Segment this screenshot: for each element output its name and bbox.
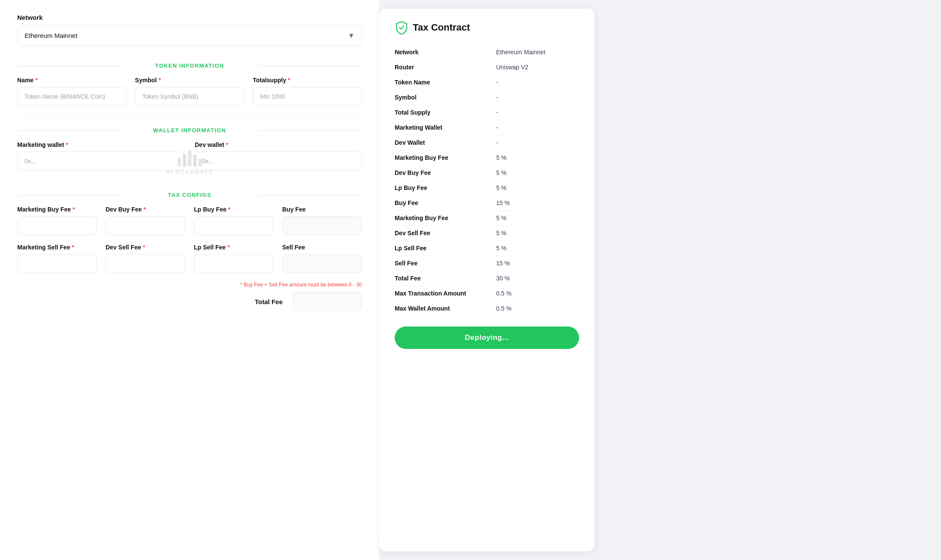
info-row-value: - bbox=[496, 75, 579, 90]
info-row-label: Symbol bbox=[395, 90, 496, 105]
name-field: Name* bbox=[17, 77, 126, 106]
info-table-row: Dev Buy Fee5 % bbox=[395, 165, 579, 180]
info-row-label: Marketing Buy Fee bbox=[395, 211, 496, 226]
sell-fee-grid: Marketing Sell Fee* 5 Dev Sell Fee* 5 Lp… bbox=[17, 244, 362, 273]
network-label: Network bbox=[17, 14, 362, 21]
info-table-row: Sell Fee15 % bbox=[395, 256, 579, 271]
name-input[interactable] bbox=[17, 87, 126, 106]
dev-sell-fee-input[interactable]: 5 bbox=[106, 254, 185, 273]
info-row-value: Ethereum Mainnet bbox=[496, 45, 579, 60]
dev-wallet-input[interactable] bbox=[195, 152, 362, 171]
wallet-info-section-label: WALLET INFORMATION bbox=[17, 127, 362, 134]
info-row-value: - bbox=[496, 105, 579, 120]
sell-fee-label: Sell Fee bbox=[282, 244, 362, 251]
info-row-label: Total Supply bbox=[395, 105, 496, 120]
info-row-value: 5 % bbox=[496, 241, 579, 256]
info-row-value: 15 % bbox=[496, 196, 579, 211]
lp-sell-fee-input[interactable]: 5 bbox=[194, 254, 274, 273]
info-row-value: 5 % bbox=[496, 150, 579, 165]
info-row-value: 5 % bbox=[496, 226, 579, 241]
info-table-row: NetworkEthereum Mainnet bbox=[395, 45, 579, 60]
total-fee-label: Total Fee bbox=[255, 298, 283, 305]
info-table: NetworkEthereum MainnetRouterUniswap V2T… bbox=[395, 45, 579, 316]
lp-sell-fee-label: Lp Sell Fee* bbox=[194, 244, 274, 251]
info-row-label: Lp Sell Fee bbox=[395, 241, 496, 256]
total-supply-field: Totalsupply* bbox=[253, 77, 362, 106]
info-table-row: RouterUniswap V2 bbox=[395, 60, 579, 75]
tax-configs-section-label: TAX CONFIGS bbox=[17, 192, 362, 198]
symbol-field: Symbol* bbox=[135, 77, 244, 106]
info-row-label: Sell Fee bbox=[395, 256, 496, 271]
marketing-buy-fee-field: Marketing Buy Fee* 5 bbox=[17, 206, 97, 235]
marketing-sell-fee-input[interactable]: 5 bbox=[17, 254, 97, 273]
lp-sell-fee-field: Lp Sell Fee* 5 bbox=[194, 244, 274, 273]
shield-icon bbox=[395, 21, 408, 34]
lp-buy-fee-label: Lp Buy Fee* bbox=[194, 206, 274, 213]
dev-buy-fee-input[interactable]: 5 bbox=[106, 216, 185, 235]
buy-fee-label: Buy Fee bbox=[282, 206, 362, 213]
info-row-label: Dev Sell Fee bbox=[395, 226, 496, 241]
info-table-row: Lp Sell Fee5 % bbox=[395, 241, 579, 256]
lp-buy-fee-field: Lp Buy Fee* 5 bbox=[194, 206, 274, 235]
sell-fee-field: Sell Fee 15 bbox=[282, 244, 362, 273]
info-row-value: 5 % bbox=[496, 211, 579, 226]
info-table-row: Marketing Buy Fee5 % bbox=[395, 211, 579, 226]
divider-2 bbox=[17, 115, 362, 115]
sell-fee-input[interactable]: 15 bbox=[282, 254, 362, 273]
dev-wallet-label: Dev wallet* bbox=[195, 141, 362, 148]
token-info-section-label: TOKEN INFORMATION bbox=[17, 62, 362, 69]
info-row-value: 0.5 % bbox=[496, 301, 579, 316]
info-row-label: Router bbox=[395, 60, 496, 75]
total-fee-row: Total Fee 30 bbox=[17, 292, 362, 311]
info-row-label: Marketing Buy Fee bbox=[395, 150, 496, 165]
buy-fee-grid: Marketing Buy Fee* 5 Dev Buy Fee* 5 Lp B… bbox=[17, 206, 362, 235]
name-label: Name* bbox=[17, 77, 126, 84]
info-row-value: 0.5 % bbox=[496, 286, 579, 301]
marketing-buy-fee-input[interactable]: 5 bbox=[17, 216, 97, 235]
total-fee-input[interactable]: 30 bbox=[293, 292, 362, 311]
marketing-sell-fee-field: Marketing Sell Fee* 5 bbox=[17, 244, 97, 273]
info-row-value: 30 % bbox=[496, 271, 579, 286]
info-row-value: Uniswap V2 bbox=[496, 60, 579, 75]
info-table-row: Total Supply- bbox=[395, 105, 579, 120]
info-table-row: Symbol- bbox=[395, 90, 579, 105]
deploy-button[interactable]: Deploying... bbox=[395, 327, 579, 349]
symbol-label: Symbol* bbox=[135, 77, 244, 84]
info-table-row: Max Transaction Amount0.5 % bbox=[395, 286, 579, 301]
info-row-value: - bbox=[496, 90, 579, 105]
network-select[interactable]: Ethereum Mainnet BNB Smart Chain Polygon bbox=[18, 26, 361, 45]
info-table-row: Dev Wallet- bbox=[395, 135, 579, 150]
marketing-wallet-input[interactable] bbox=[17, 152, 184, 171]
info-row-label: Network bbox=[395, 45, 496, 60]
symbol-input[interactable] bbox=[135, 87, 244, 106]
info-row-label: Marketing Wallet bbox=[395, 120, 496, 135]
lp-buy-fee-input[interactable]: 5 bbox=[194, 216, 274, 235]
right-panel-title: Tax Contract bbox=[413, 22, 470, 33]
fee-note: * Buy Fee + Sell Fee amount must be betw… bbox=[17, 282, 362, 288]
info-row-label: Total Fee bbox=[395, 271, 496, 286]
info-table-row: Marketing Wallet- bbox=[395, 120, 579, 135]
info-row-value: 15 % bbox=[496, 256, 579, 271]
dev-wallet-field: Dev wallet* bbox=[195, 141, 362, 171]
info-row-label: Buy Fee bbox=[395, 196, 496, 211]
dev-sell-fee-label: Dev Sell Fee* bbox=[106, 244, 185, 251]
buy-fee-input[interactable]: 15 bbox=[282, 216, 362, 235]
network-select-wrapper: Ethereum Mainnet BNB Smart Chain Polygon… bbox=[17, 25, 362, 46]
marketing-buy-fee-label: Marketing Buy Fee* bbox=[17, 206, 97, 213]
dev-sell-fee-field: Dev Sell Fee* 5 bbox=[106, 244, 185, 273]
divider-3 bbox=[17, 179, 362, 180]
info-table-row: Buy Fee15 % bbox=[395, 196, 579, 211]
info-row-label: Max Transaction Amount bbox=[395, 286, 496, 301]
dev-buy-fee-label: Dev Buy Fee* bbox=[106, 206, 185, 213]
dev-buy-fee-field: Dev Buy Fee* 5 bbox=[106, 206, 185, 235]
info-row-value: - bbox=[496, 135, 579, 150]
total-supply-input[interactable] bbox=[253, 87, 362, 106]
info-row-label: Lp Buy Fee bbox=[395, 180, 496, 196]
info-table-row: Lp Buy Fee5 % bbox=[395, 180, 579, 196]
info-row-label: Max Wallet Amount bbox=[395, 301, 496, 316]
total-supply-label: Totalsupply* bbox=[253, 77, 362, 84]
marketing-wallet-field: Marketing wallet* bbox=[17, 141, 184, 171]
info-row-label: Token Name bbox=[395, 75, 496, 90]
divider-1 bbox=[17, 50, 362, 50]
info-row-label: Dev Buy Fee bbox=[395, 165, 496, 180]
